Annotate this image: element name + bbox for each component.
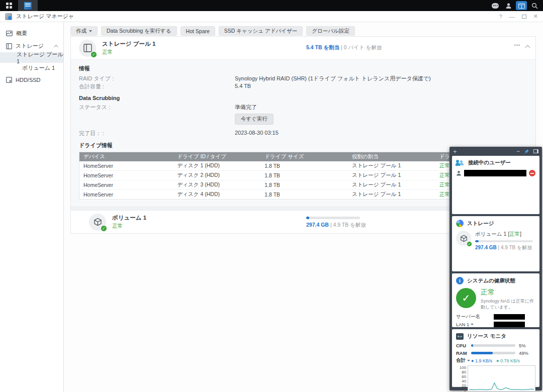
widgets-button[interactable]	[516, 1, 527, 10]
run-data-scrubbing-button[interactable]: Data Scrubbing を実行する	[101, 26, 177, 36]
col-drive-size[interactable]: ドライブ サイズ	[260, 152, 348, 162]
storage-icon	[6, 43, 12, 49]
data-scrubbing-heading: Data Scrubbing	[79, 95, 527, 101]
widget-panel-header: + −	[449, 147, 542, 156]
ram-bar-fill	[471, 352, 493, 354]
cpu-bar	[471, 344, 515, 347]
widget-volume-usage-fill	[475, 240, 479, 242]
user-menu-button[interactable]	[503, 1, 514, 10]
main-menu-icon	[6, 3, 12, 9]
global-settings-button[interactable]: グローバル設定	[306, 26, 354, 36]
total-label[interactable]: 合計	[456, 357, 471, 364]
users-icon	[456, 160, 465, 166]
chevron-up-icon[interactable]	[54, 45, 58, 49]
volume-status: 正常	[112, 223, 146, 230]
sidebar-item-overview[interactable]: 概要	[0, 27, 63, 40]
ram-value: 49%	[519, 350, 528, 356]
hot-spare-button[interactable]: Hot Spare	[180, 26, 215, 36]
health-status: 正常	[481, 288, 536, 297]
window-titlebar: ストレージ マネージャ ? — ✕	[0, 11, 543, 22]
taskbar-storage-manager-app[interactable]	[18, 0, 38, 11]
upload-value: ● 1.9 KB/s	[471, 358, 492, 363]
sidebar-item-label: HDD/SSD	[16, 77, 41, 83]
storage-pool-header: ✓ ストレージ プール 1 正常 5.4 TB を割当 | 0 バイト を解放 …	[71, 37, 535, 59]
col-device[interactable]: デバイス	[79, 152, 173, 162]
info-heading: 情報	[79, 65, 527, 72]
pool-collapse-icon[interactable]	[525, 45, 530, 50]
healthy-badge-icon: ✓	[90, 51, 97, 58]
redacted-lan-address	[494, 322, 525, 327]
user-small-icon	[456, 170, 462, 176]
add-widget-button[interactable]: +	[453, 148, 457, 155]
hdd-icon	[6, 77, 12, 83]
maximize-button[interactable]	[522, 15, 526, 19]
connected-user-row	[456, 170, 535, 176]
scrub-status-value: 準備完了	[235, 104, 257, 111]
search-button[interactable]	[529, 1, 540, 10]
download-dot-icon: ●	[496, 358, 499, 363]
pool-menu-button[interactable]: •••	[514, 43, 520, 48]
ssd-cache-advisor-button[interactable]: SSD キャッシュ アドバイザー	[219, 26, 303, 36]
minimize-button[interactable]: —	[509, 14, 515, 20]
network-chart-line	[469, 383, 534, 390]
run-now-button[interactable]: 今すぐ実行	[235, 114, 274, 125]
storage-manager-window-icon	[5, 13, 12, 20]
notifications-icon	[492, 3, 499, 9]
caret-down-icon	[471, 324, 474, 325]
caret-down-icon	[467, 360, 470, 361]
sidebar-item-storage-pool-1[interactable]: ストレージ プール 1	[0, 52, 63, 63]
sidebar-item-label: ボリューム 1	[22, 64, 55, 72]
lan-label[interactable]: LAN 1	[456, 322, 487, 327]
volume-usage-fill	[306, 217, 309, 219]
sidebar-item-hdd-ssd[interactable]: HDD/SSD	[0, 73, 63, 86]
redacted-server-name	[494, 314, 525, 320]
connected-users-widget: 接続中のユーザー	[452, 156, 539, 214]
widget-volume-entry[interactable]: ✓ ボリューム 1 [正常] 297.4 GB | 4.9 TB を解放	[456, 231, 535, 251]
create-button[interactable]: 作成	[70, 26, 98, 36]
widget-title: リソース モニタ	[467, 333, 506, 340]
widget-title: システムの健康状態	[467, 277, 515, 284]
healthy-badge-icon: ✓	[101, 225, 107, 232]
network-chart: 100 80 60 40 20 0	[456, 365, 535, 391]
search-icon	[531, 3, 538, 9]
download-value: ● 0.79 KB/s	[496, 358, 520, 363]
main-menu-button[interactable]	[0, 0, 18, 11]
widget-title: 接続中のユーザー	[468, 159, 511, 166]
network-total-row: 合計 ● 1.9 KB/s ● 0.79 KB/s	[456, 357, 535, 364]
widget-volume-usage-text: 297.4 GB | 4.9 TB を解放	[475, 244, 533, 251]
storage-manager-app-icon	[24, 2, 32, 10]
redacted-username	[464, 170, 526, 176]
dock-panel-icon[interactable]	[533, 149, 538, 153]
sidebar-item-volume-1[interactable]: ボリューム 1	[0, 63, 63, 73]
col-drive-id[interactable]: ドライブ ID / タイプ	[173, 152, 261, 162]
window-title: ストレージ マネージャ	[16, 13, 74, 20]
storage-widget: ストレージ ✓ ボリューム 1 [正常] 297.4 GB	[452, 216, 539, 271]
pin-icon[interactable]	[524, 149, 529, 154]
volume-usage: 297.4 GB | 4.9 TB を解放	[306, 217, 397, 229]
upload-dot-icon: ●	[471, 358, 474, 363]
system-health-widget: i システムの健康状態 ✓ 正常 Synology NAS は正常に作動していま…	[452, 273, 539, 327]
sidebar: 概要 ストレージ ストレージ プール 1 ボリューム 1 HDD/SSD	[0, 22, 64, 392]
completed-date-value: 2023-08-30 03:15	[235, 130, 279, 136]
health-check-icon: ✓	[456, 288, 476, 308]
server-name-row: サーバー名	[456, 313, 535, 321]
ram-bar	[471, 352, 515, 354]
desktop: ストレージ マネージャ ? — ✕ 概要 ストレージ ストレージ プール 1 ボ…	[0, 0, 543, 392]
server-name-label: サーバー名	[456, 314, 487, 320]
sidebar-item-label: ストレージ	[16, 42, 44, 50]
cpu-row: CPU 5%	[456, 342, 535, 349]
widget-title: ストレージ	[467, 220, 494, 227]
pool-usage-text: 5.4 TB を割当 | 0 バイト を解放	[306, 44, 382, 51]
sidebar-item-label: ストレージ プール 1	[17, 51, 63, 64]
close-button[interactable]: ✕	[533, 13, 538, 20]
cpu-label: CPU	[456, 343, 471, 348]
notifications-button[interactable]	[490, 1, 501, 10]
volume-icon: ✓	[456, 231, 471, 246]
help-button[interactable]: ?	[499, 14, 502, 20]
cpu-value: 5%	[519, 343, 526, 348]
disconnect-user-button[interactable]	[529, 170, 535, 176]
col-role[interactable]: 役割の割当	[348, 152, 435, 162]
collapse-widgets-button[interactable]: −	[516, 149, 520, 153]
user-icon	[505, 3, 512, 9]
cpu-bar-fill	[471, 344, 473, 347]
